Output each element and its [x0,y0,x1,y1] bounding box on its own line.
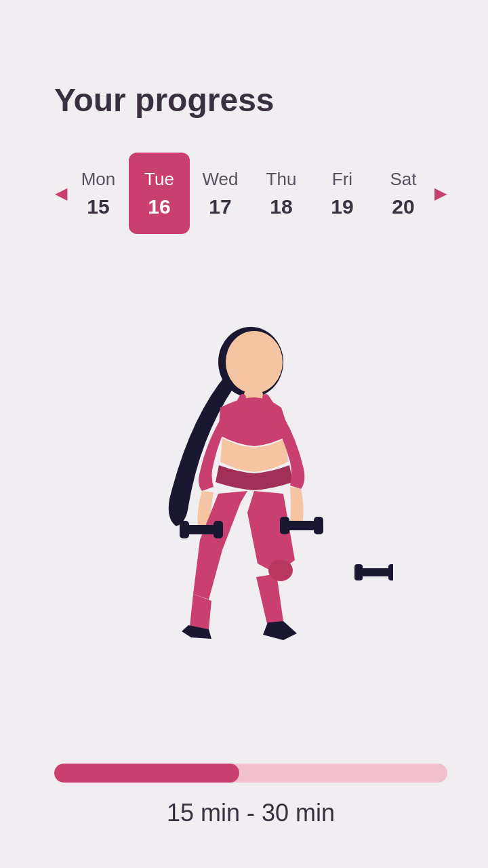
progress-label: 15 min - 30 min [167,799,335,827]
svg-rect-12 [388,564,393,580]
prev-icon: ◀ [55,184,67,203]
day-name: Thu [266,169,297,190]
svg-rect-9 [314,517,323,534]
day-number: 20 [392,195,414,218]
calendar-day-thu[interactable]: Thu18 [251,153,312,234]
day-number: 17 [209,195,231,218]
svg-point-3 [268,559,293,581]
day-name: Sat [390,169,416,190]
progress-section: 15 min - 30 min [54,764,447,827]
page-container: Your progress ◀ Mon15Tue16Wed17Thu18Fri1… [0,0,488,868]
day-name: Fri [332,169,352,190]
calendar-row: ◀ Mon15Tue16Wed17Thu18Fri19Sat20 ▶ [54,153,447,234]
calendar-days: Mon15Tue16Wed17Thu18Fri19Sat20 [68,153,434,234]
calendar-day-sat[interactable]: Sat20 [373,153,434,234]
page-title: Your progress [54,81,274,119]
svg-rect-5 [180,521,189,538]
svg-rect-10 [358,568,392,576]
calendar-day-mon[interactable]: Mon15 [68,153,129,234]
progress-bar-container [54,764,447,783]
calendar-day-fri[interactable]: Fri19 [312,153,373,234]
day-number: 15 [87,195,109,218]
next-week-button[interactable]: ▶ [434,180,447,207]
day-number: 18 [270,195,292,218]
svg-rect-11 [354,564,363,580]
calendar-day-tue[interactable]: Tue16 [129,153,190,234]
svg-rect-6 [214,521,223,538]
illustration-container [54,261,447,750]
day-name: Tue [144,169,174,190]
progress-bar-fill [54,764,239,783]
svg-rect-8 [280,517,289,534]
day-number: 16 [148,195,170,218]
day-number: 19 [331,195,353,218]
calendar-day-wed[interactable]: Wed17 [190,153,251,234]
day-name: Wed [203,169,239,190]
svg-point-1 [226,331,283,393]
prev-week-button[interactable]: ◀ [54,180,68,207]
next-icon: ▶ [434,184,447,203]
day-name: Mon [81,169,116,190]
workout-illustration [108,309,393,703]
